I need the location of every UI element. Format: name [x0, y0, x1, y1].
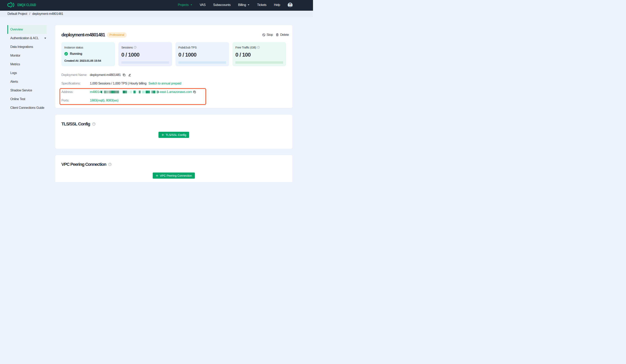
stat-card-sessions: Sessions ? 0 / 1000: [118, 42, 172, 66]
question-circle-icon[interactable]: ?: [92, 122, 95, 126]
sessions-progress-bar: [121, 61, 169, 64]
ports-row: Ports: 1883(mqtt), 8083(ws): [61, 96, 286, 105]
breadcrumb: Default Project / deployment-m4801481: [0, 11, 313, 17]
tls-ssl-config-title: TLS/SSL Config: [61, 121, 90, 127]
plan-badge: Professional: [107, 32, 127, 37]
nav-item-tickets[interactable]: Tickets: [257, 3, 266, 7]
svg-text:?: ?: [135, 46, 136, 48]
specifications-row: Specifications: 1,000 Sessions / 1,000 T…: [61, 79, 286, 88]
sidebar-item-monitor[interactable]: Monitor: [7, 51, 47, 60]
specifications-value: 1,000 Sessions / 1,000 TPS | Hourly bill…: [90, 82, 147, 85]
caret-down-icon: [248, 4, 249, 5]
brand-name: EMQX CLOUD: [17, 3, 36, 7]
pubsub-tps-value: 0 / 1000: [178, 52, 226, 58]
tls-ssl-config-card: TLS/SSL Config ? TLS/SSL Config: [55, 115, 292, 149]
delete-button[interactable]: Delete: [276, 33, 289, 36]
instance-status-text: Running: [70, 52, 82, 56]
sidebar-item-authentication-acl[interactable]: Authentication & ACL: [7, 34, 47, 42]
user-avatar[interactable]: [288, 2, 293, 7]
stat-card-instance-status: Instance status Running Created At: 2023…: [61, 42, 115, 66]
question-circle-icon[interactable]: ?: [108, 163, 112, 166]
copy-icon: [122, 73, 125, 76]
breadcrumb-current: deployment-m4801481: [32, 12, 63, 16]
sidebar-item-client-connections-guide[interactable]: Client Connections Guide: [7, 104, 47, 112]
main-content: deployment-m4801481 Professional Stop: [55, 25, 292, 182]
plus-icon: [161, 134, 164, 136]
deployment-name-value: deployment-m4801481: [90, 73, 121, 77]
edit-pencil-icon: [128, 73, 131, 76]
stat-card-pubsub-tps: Pub&Sub TPS 0 / 1000: [175, 42, 229, 66]
vpc-peering-card: VPC Peering Connection ? VPC Peering Con…: [55, 155, 292, 182]
sidebar-item-overview[interactable]: Overview: [7, 25, 47, 34]
sidebar-item-shadow-service[interactable]: Shadow Service: [7, 86, 47, 95]
free-traffic-value: 0 / 100: [235, 52, 283, 58]
question-circle-icon[interactable]: ?: [257, 46, 260, 49]
top-navbar: EMQX CLOUD Projects VAS Subaccounts Bill…: [0, 0, 313, 11]
address-prefix: m48014: [90, 90, 101, 94]
edit-name-button[interactable]: [128, 73, 131, 76]
sidebar: Overview Authentication & ACL Data Integ…: [7, 25, 47, 112]
check-circle-icon: [64, 52, 68, 56]
emqx-logo-icon: [7, 2, 14, 8]
deployment-actions: Stop Delete: [262, 33, 289, 36]
copy-address-button[interactable]: [193, 90, 196, 93]
add-vpc-peering-button[interactable]: VPC Peering Connection: [153, 173, 195, 179]
pubsub-progress-bar: [178, 61, 226, 64]
plus-icon: [156, 174, 158, 177]
svg-text:?: ?: [110, 163, 111, 166]
deployment-header: deployment-m4801481 Professional Stop: [61, 32, 289, 38]
nav-item-projects[interactable]: Projects: [178, 3, 192, 7]
free-traffic-progress-bar: [235, 61, 283, 64]
nav-menu: Projects VAS Subaccounts Billing Tickets…: [178, 2, 293, 7]
stat-card-free-traffic: Free Traffic (GB) ? 0 / 100: [233, 42, 286, 66]
deployment-info: Deployment Name: deployment-m4801481: [61, 71, 286, 105]
copy-name-button[interactable]: [122, 73, 125, 76]
svg-text:?: ?: [258, 46, 259, 48]
sidebar-item-data-integrations[interactable]: Data Integrations: [7, 42, 47, 51]
sidebar-item-online-test[interactable]: Online Test: [7, 95, 47, 104]
stats-row: Instance status Running Created At: 2023…: [61, 42, 286, 66]
address-row: Address: m48014 -east-1.amazonaws.com: [61, 88, 286, 96]
deployment-title: deployment-m4801481: [61, 32, 105, 37]
created-at-text: Created At: 2023.01.05 15:54: [64, 59, 112, 62]
address-suffix: -east-1.amazonaws.com: [159, 90, 192, 94]
breadcrumb-separator: /: [29, 12, 30, 16]
sidebar-item-logs[interactable]: Logs: [7, 69, 47, 77]
deployment-name-row: Deployment Name: deployment-m4801481: [61, 71, 286, 79]
sidebar-item-metrics[interactable]: Metrics: [7, 60, 47, 69]
brand[interactable]: EMQX CLOUD: [7, 2, 42, 8]
copy-icon: [193, 90, 196, 93]
nav-item-vas[interactable]: VAS: [200, 3, 206, 7]
question-circle-icon[interactable]: ?: [134, 46, 136, 49]
caret-down-icon: [44, 37, 46, 39]
ports-value: 1883(mqtt), 8083(ws): [90, 99, 118, 102]
nav-item-subaccounts[interactable]: Subaccounts: [213, 3, 231, 7]
stop-button[interactable]: Stop: [262, 33, 273, 36]
stop-icon: [262, 34, 265, 36]
svg-text:?: ?: [93, 123, 94, 125]
add-tls-ssl-config-button[interactable]: TLS/SSL Config: [158, 132, 189, 138]
caret-down-icon: [191, 4, 192, 5]
address-censor: [101, 91, 159, 93]
breadcrumb-project[interactable]: Default Project: [7, 12, 27, 16]
sessions-value: 0 / 1000: [121, 52, 169, 58]
nav-item-help[interactable]: Help: [274, 3, 280, 7]
deployment-overview-card: deployment-m4801481 Professional Stop: [55, 25, 292, 108]
trash-icon: [276, 33, 279, 36]
switch-annual-prepaid-link[interactable]: Switch to annual prepaid: [149, 82, 181, 85]
nav-item-billing[interactable]: Billing: [238, 3, 250, 7]
vpc-peering-title: VPC Peering Connection: [61, 162, 106, 167]
sidebar-item-alerts[interactable]: Alerts: [7, 77, 47, 86]
